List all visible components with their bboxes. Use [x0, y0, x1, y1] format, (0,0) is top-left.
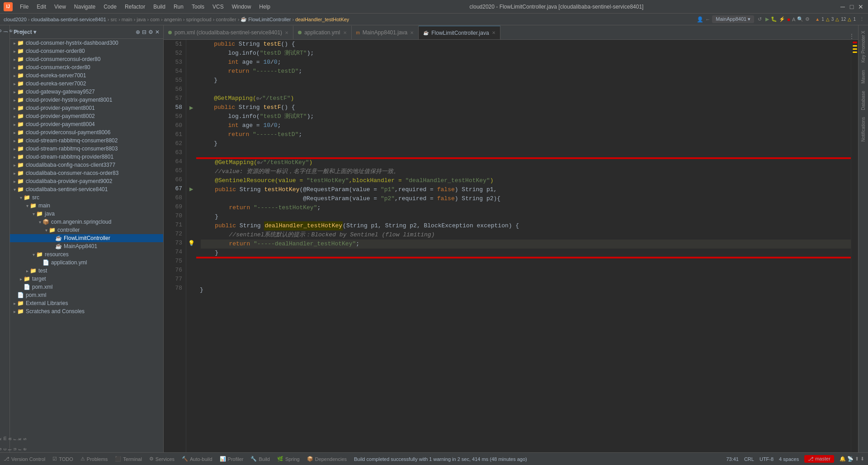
git-branch[interactable]: ⎇ master — [804, 455, 834, 463]
sidebar-item-MainApp8401[interactable]: ☕MainApp8401 — [10, 242, 163, 250]
structure-icon[interactable]: Structure — [0, 446, 28, 452]
sidebar-item-cloud-gateway-gateway9527[interactable]: ▸📁cloud-gateway-gateway9527 — [10, 88, 163, 96]
menu-window[interactable]: Window — [228, 3, 255, 11]
sidebar-item-cloudalibaba-config-nacos-client3377[interactable]: ▸📁cloudalibaba-config-nacos-client3377 — [10, 161, 163, 169]
cursor-position[interactable]: 73:41 — [726, 456, 739, 462]
sidebar-item-com.angenin.springcloud[interactable]: ▾📦com.angenin.springcloud — [10, 218, 163, 226]
sidebar-item-External Libraries[interactable]: ▸📁External Libraries — [10, 299, 163, 307]
breadcrumb-controller[interactable]: controller — [216, 17, 236, 22]
dependencies-tab[interactable]: 📦 Dependencies — [307, 456, 347, 462]
code-content[interactable]: public String testE() { log.info("testD … — [196, 40, 851, 452]
sidebar-item-cloud-consumer-hystrix[interactable]: ▸📁cloud-consumer-hystrix-dashboard300 — [10, 39, 163, 47]
sidebar-item-cloud-provider-payment8001[interactable]: ▸📁cloud-provider-payment8001 — [10, 104, 163, 112]
line-ending[interactable]: CRL — [744, 456, 754, 462]
build-tab[interactable]: 🔧 Build — [250, 456, 269, 462]
breadcrumb-module[interactable]: cloudalibaba-sentinel-service8401 — [31, 17, 106, 22]
sidebar-item-test[interactable]: ▸📁test — [10, 267, 163, 275]
menu-vcs[interactable]: VCS — [209, 3, 227, 11]
tab-application-yml[interactable]: application.yml ✕ — [293, 26, 351, 39]
translate-icon[interactable]: A — [792, 17, 795, 22]
menu-build[interactable]: Build — [150, 3, 169, 11]
sidebar-item-cloud-provider-hystrix-payment8001[interactable]: ▸📁cloud-provider-hystrix-payment8001 — [10, 96, 163, 104]
navigate-back[interactable]: ← — [705, 17, 710, 22]
notifications-panel[interactable]: Notifications — [860, 113, 867, 145]
sidebar-item-cloud-consumerzk-order80[interactable]: ▸📁cloud-consumerzk-order80 — [10, 63, 163, 71]
sidebar-item-main[interactable]: ▾📁main — [10, 202, 163, 210]
sidebar-item-cloud-stream-rabbitmq-consumer8802[interactable]: ▸📁cloud-stream-rabbitmq-consumer8802 — [10, 136, 163, 145]
todo-tab[interactable]: ☑ TODO — [52, 456, 73, 462]
sidebar-item-java[interactable]: ▾📁java — [10, 210, 163, 218]
version-control-tab[interactable]: ⎇ Version Control — [4, 456, 45, 462]
sidebar-item-cloud-providerconsul-payment8006[interactable]: ▸📁cloud-providerconsul-payment8006 — [10, 128, 163, 136]
sidebar-item-cloudalibaba-consumer-nacos-order83[interactable]: ▸📁cloudalibaba-consumer-nacos-order83 — [10, 169, 163, 177]
breadcrumb-java[interactable]: java — [137, 17, 146, 22]
search-icon[interactable]: 🔍 — [797, 16, 803, 22]
debug-btn[interactable]: 🐛 — [771, 16, 777, 22]
menu-view[interactable]: View — [51, 3, 70, 11]
sidebar-item-cloudalibaba-sentinel-service8401[interactable]: ▾📁cloudalibaba-sentinel-service8401 — [10, 185, 163, 193]
settings-icon[interactable]: ⚙ — [805, 16, 810, 22]
tab-close-yml[interactable]: ✕ — [343, 30, 347, 35]
stop-btn[interactable]: ■ — [787, 17, 790, 22]
sidebar-item-pom.xml-outer[interactable]: 📄pom.xml — [10, 291, 163, 299]
tab-menu-icon[interactable]: ⋮ — [845, 33, 858, 39]
breadcrumb-method[interactable]: dealHandler_testHotKey — [295, 17, 349, 22]
expand-icon[interactable]: ⋮ — [859, 16, 864, 22]
breadcrumb-cloud2020[interactable]: cloud2020 — [4, 17, 27, 22]
refresh-btn[interactable]: ↺ — [758, 16, 762, 22]
sidebar-item-cloud-consumer-order80[interactable]: ▸📁cloud-consumer-order80 — [10, 47, 163, 55]
close-button[interactable]: ✕ — [857, 3, 864, 10]
auto-build-tab[interactable]: 🔨 Auto-build — [182, 456, 212, 462]
breadcrumb-src[interactable]: src — [110, 17, 117, 22]
sidebar-item-controller[interactable]: ▾📁controller — [10, 226, 163, 234]
sidebar-item-target[interactable]: ▸📁target — [10, 275, 163, 283]
coverage-btn[interactable]: ⚡ — [779, 16, 785, 22]
menu-code[interactable]: Code — [100, 3, 120, 11]
profile-icon[interactable]: 👤 — [697, 16, 703, 23]
maximize-button[interactable]: □ — [848, 3, 855, 10]
run-config-selector[interactable]: MainApp8401 ▾ — [712, 15, 754, 23]
tab-flowlimit[interactable]: ☕ FlowLimitController.java ✕ — [419, 26, 500, 39]
maven-panel[interactable]: Maven — [860, 66, 867, 87]
menu-tools[interactable]: Tools — [188, 3, 208, 11]
run-btn[interactable]: ▶ — [765, 16, 769, 22]
breadcrumb-angenin[interactable]: angenin — [164, 17, 182, 22]
tab-pom-xml[interactable]: pom.xml (cloudalibaba-sentinel-service84… — [164, 26, 293, 39]
tab-close-mainapp[interactable]: ✕ — [410, 30, 414, 35]
tab-mainapp[interactable]: m MainApp8401.java ✕ — [352, 26, 419, 39]
profiler-tab[interactable]: 📊 Profiler — [220, 456, 244, 462]
sidebar-action-expand[interactable]: ⊕ — [136, 29, 140, 35]
sidebar-item-Scratches and Consoles[interactable]: ▸📁Scratches and Consoles — [10, 307, 163, 315]
sidebar-item-cloud-provider-payment8004[interactable]: ▸📁cloud-provider-payment8004 — [10, 120, 163, 128]
menu-file[interactable]: File — [16, 3, 32, 11]
sidebar-item-resources[interactable]: ▾📁resources — [10, 250, 163, 258]
breadcrumb-com[interactable]: com — [150, 17, 160, 22]
tab-close-pom[interactable]: ✕ — [285, 30, 288, 35]
sidebar-item-cloudalibaba-provider-payment9002[interactable]: ▸📁cloudalibaba-provider-payment9002 — [10, 177, 163, 185]
sidebar-item-cloud-stream-rabbitmq-consumer8803[interactable]: ▸📁cloud-stream-rabbitmq-consumer8803 — [10, 145, 163, 153]
database-panel[interactable]: Database — [860, 87, 867, 114]
menu-refactor[interactable]: Refactor — [121, 3, 149, 11]
gutter-run-58[interactable]: ▶ — [186, 103, 196, 112]
code-editor[interactable]: 51 52 53 54 55 56 57 58 59 60 61 62 63 6… — [164, 40, 858, 452]
project-icon[interactable]: Project — [0, 27, 25, 34]
menu-edit[interactable]: Edit — [33, 3, 50, 11]
services-tab[interactable]: ⚙ Services — [149, 456, 175, 462]
encoding-indicator[interactable]: UTF-8 — [760, 456, 774, 462]
problems-tab[interactable]: ⚠ Problems — [80, 456, 108, 462]
sidebar-item-cloud-stream-rabbitmq-provider8801[interactable]: ▸📁cloud-stream-rabbitmq-provider8801 — [10, 153, 163, 161]
breadcrumb-main[interactable]: main — [122, 17, 132, 22]
sidebar-item-src[interactable]: ▾📁src — [10, 193, 163, 202]
sidebar-item-pom.xml-inner[interactable]: 📄pom.xml — [10, 283, 163, 291]
spring-tab[interactable]: 🌿 Spring — [277, 456, 300, 462]
sidebar-item-cloud-provider-payment8002[interactable]: ▸📁cloud-provider-payment8002 — [10, 112, 163, 120]
breadcrumb-springcloud[interactable]: springcloud — [186, 17, 211, 22]
sidebar-item-cloud-eureka-server7001[interactable]: ▸📁cloud-eureka-server7001 — [10, 71, 163, 80]
sidebar-item-cloud-consumerconsul-order80[interactable]: ▸📁cloud-consumerconsul-order80 — [10, 55, 163, 63]
terminal-tab[interactable]: ⬛ Terminal — [115, 456, 142, 462]
breadcrumb-class[interactable]: FlowLimitController — [248, 17, 291, 22]
sidebar-action-settings[interactable]: ⚙ — [148, 29, 153, 35]
sidebar-item-cloud-eureka-server7002[interactable]: ▸📁cloud-eureka-server7002 — [10, 80, 163, 88]
sidebar-action-collapse[interactable]: ⊟ — [142, 29, 146, 35]
bookmarks-icon[interactable]: Bookmarks — [0, 435, 28, 442]
